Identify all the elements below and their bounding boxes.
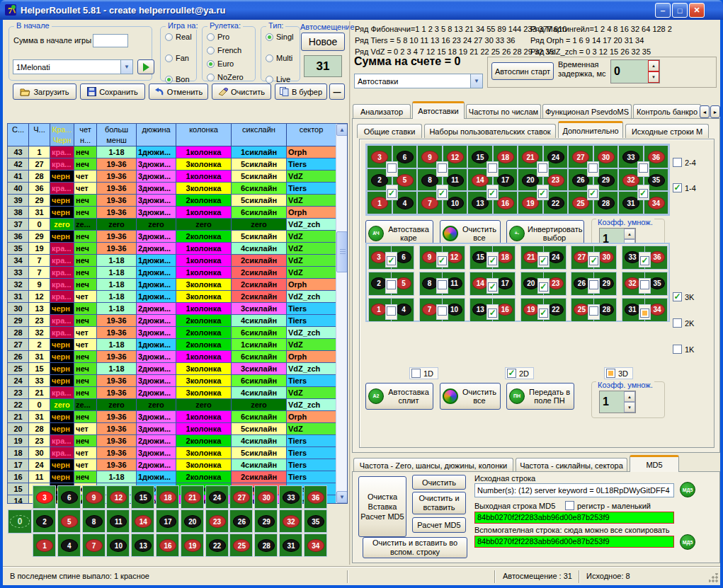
split-checkbox[interactable]: [385, 252, 397, 267]
table-row[interactable]: 3013черннеч1-182дюжи...1колонка3сиклайнT…: [8, 303, 347, 315]
split-group[interactable]: 25: [368, 272, 414, 296]
split-checkbox[interactable]: [639, 252, 651, 267]
checkbox-icon[interactable]: [438, 163, 447, 173]
split-checkbox[interactable]: [588, 304, 600, 320]
board-number-cell[interactable]: 11: [106, 509, 130, 533]
subtab-исходные-строки-м[interactable]: Исходные строки М: [625, 124, 709, 138]
checkbox-icon[interactable]: [565, 501, 574, 510]
checkbox-icon[interactable]: [673, 158, 682, 167]
grid2-side-check-1K[interactable]: 1K: [673, 345, 694, 354]
checkbox-icon[interactable]: [438, 280, 447, 289]
table-row[interactable]: 1611черннеч1-181дюжи...2колонка2сиклайнT…: [8, 471, 347, 483]
checkbox-icon[interactable]: [387, 189, 397, 198]
quad-checkbox-bottom-4[interactable]: [587, 185, 599, 200]
quad-checkbox-top-2[interactable]: [486, 161, 499, 177]
table-row[interactable]: 370zeroze...zerozerozerozeroVdZ_zch: [8, 219, 347, 231]
split-group[interactable]: 2528: [571, 298, 617, 322]
delay-spinner[interactable]: 0 ▲▼: [610, 59, 660, 83]
checkbox-icon[interactable]: [539, 282, 548, 292]
split-group[interactable]: 1518: [469, 246, 516, 270]
board-number-cell[interactable]: 14: [131, 509, 154, 533]
quad-checkbox-bottom-2[interactable]: [486, 185, 499, 200]
scroll-down-icon[interactable]: ▼: [336, 491, 348, 503]
autobets-combobox[interactable]: Автоставки ▼: [354, 74, 483, 88]
board-number-cell[interactable]: 19: [181, 534, 204, 557]
start-sum-input[interactable]: [93, 34, 128, 47]
split-checkbox[interactable]: [639, 304, 651, 320]
split-group[interactable]: 14: [368, 298, 414, 322]
split-checkbox[interactable]: [537, 304, 550, 320]
checkbox-icon[interactable]: [673, 292, 682, 301]
split-checkbox[interactable]: [486, 304, 499, 320]
checkbox-icon[interactable]: [438, 306, 447, 316]
radio-icon[interactable]: [207, 74, 215, 81]
split-group[interactable]: 3336: [622, 246, 668, 270]
split-group[interactable]: 1417: [469, 272, 516, 296]
radio-icon[interactable]: [165, 33, 173, 41]
radio-icon[interactable]: [207, 47, 215, 54]
play-button[interactable]: [137, 59, 154, 74]
checkbox-icon[interactable]: [640, 280, 649, 289]
table-row[interactable]: 220zeroze...zerozerozerozeroVdZ_zch: [8, 399, 347, 411]
md5-calc-icon[interactable]: МД5: [680, 482, 695, 497]
board-number-cell[interactable]: 1: [33, 534, 56, 557]
table-row[interactable]: 4227кра...неч19-363дюжи...3колонка5сикла…: [8, 158, 347, 171]
board-number-cell[interactable]: 26: [229, 509, 253, 533]
table-header-cell[interactable]: дюжина: [137, 124, 176, 146]
table-row[interactable]: 3519кра...неч19-362дюжи...1колонка4сикла…: [8, 243, 347, 255]
md5-copy-icon[interactable]: МД5: [680, 534, 695, 550]
table-row[interactable]: 4128чернчет19-363дюжи...1колонка5сиклайн…: [8, 171, 347, 183]
tab-scroll-right-icon[interactable]: ►: [710, 105, 720, 118]
split-checkbox[interactable]: [588, 252, 600, 267]
checkbox-icon[interactable]: [673, 318, 682, 328]
board-number-cell[interactable]: 30: [254, 485, 278, 509]
board-number-cell[interactable]: 10: [106, 534, 130, 557]
checkbox-icon[interactable]: [488, 189, 497, 198]
board-number-cell[interactable]: 17: [156, 509, 179, 533]
checkbox-icon[interactable]: [438, 189, 447, 198]
board-zero-cell[interactable]: 0: [8, 509, 32, 534]
tab-анализатор[interactable]: Анализатор: [353, 104, 411, 119]
split-checkbox[interactable]: [486, 252, 499, 267]
quad-checkbox-bottom-3[interactable]: [537, 185, 549, 200]
freqtab-1[interactable]: Частота - Zero, шансы, дюжины, колонки: [353, 458, 513, 472]
radio-option-fan[interactable]: Fan: [165, 54, 189, 62]
board-number-cell[interactable]: 13: [131, 534, 154, 557]
table-row[interactable]: 2131черннеч19-363дюжи...1колонка6сиклайн…: [8, 411, 347, 423]
board-number-cell[interactable]: 12: [106, 485, 130, 509]
checkbox-icon[interactable]: [640, 256, 649, 265]
quad-checkbox-top-1[interactable]: [436, 161, 448, 177]
split-checkbox[interactable]: [537, 252, 550, 267]
board-number-cell[interactable]: 18: [156, 485, 179, 509]
radio-icon[interactable]: [165, 76, 173, 83]
table-row[interactable]: 1923кра...неч19-362дюжи...2колонка4сикла…: [8, 435, 347, 447]
md5-clear-button[interactable]: Очистить: [412, 475, 466, 490]
freqtab-2[interactable]: Частота - сиклайны, сектора: [516, 458, 627, 472]
radio-option-pro[interactable]: Pro: [207, 33, 229, 41]
table-row[interactable]: 2832кра...чет19-363дюжи...2колонка6сикла…: [8, 327, 347, 339]
checkbox-icon[interactable]: [488, 256, 497, 265]
radio-option-multi[interactable]: Multi: [266, 54, 292, 62]
table-row[interactable]: 2321кра...неч19-362дюжи...3колонка4сикла…: [8, 387, 347, 399]
checkbox-icon[interactable]: [538, 163, 547, 173]
md5-clear-paste-button[interactable]: Очистить и вставить: [412, 492, 466, 514]
table-header-cell[interactable]: колонка: [176, 124, 232, 146]
board-number-cell[interactable]: 6: [57, 485, 81, 509]
clear-all-button-2[interactable]: Очистить все: [440, 383, 501, 410]
board-number-cell[interactable]: 28: [254, 534, 278, 557]
board-number-cell[interactable]: 5: [57, 509, 81, 533]
radio-icon[interactable]: [266, 54, 273, 62]
quad-checkbox-bottom-5[interactable]: [637, 185, 649, 200]
checkbox-icon[interactable]: [588, 189, 598, 198]
coef-spinner-2[interactable]: 1▲▼: [599, 391, 636, 413]
autoshift-new-button[interactable]: Новое: [301, 33, 345, 51]
board-number-cell[interactable]: 25: [229, 534, 253, 557]
board-number-cell[interactable]: 22: [205, 534, 229, 557]
resize-grip[interactable]: [709, 573, 718, 582]
register-checkbox[interactable]: регистр - маленький: [565, 501, 651, 510]
board-number-cell[interactable]: 2: [33, 509, 56, 533]
chevron-down-icon[interactable]: ▼: [470, 74, 482, 88]
table-row[interactable]: 1724чернчет19-362дюжи...3колонка4сиклайн…: [8, 459, 347, 471]
board-number-cell[interactable]: 9: [82, 485, 106, 509]
table-row[interactable]: 272чернчет1-181дюжи...2колонка1сиклайнVd…: [8, 339, 347, 351]
